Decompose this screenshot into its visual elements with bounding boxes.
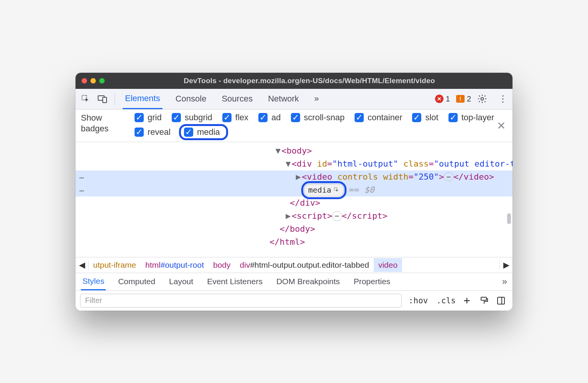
- tabs-overflow[interactable]: »: [312, 89, 321, 109]
- devtools-toolbar: Elements Console Sources Network » ✕ 1 !…: [76, 89, 512, 110]
- traffic-lights: [82, 78, 105, 83]
- badge-top-layer[interactable]: ✓top-layer: [448, 113, 494, 123]
- dom-div-close[interactable]: </div>: [76, 196, 512, 210]
- dom-script-line[interactable]: ▶<script>⋯</script>: [76, 210, 512, 223]
- badge-scroll-snap[interactable]: ✓scroll-snap: [291, 113, 345, 123]
- computed-panel-toggle-icon[interactable]: [496, 296, 508, 305]
- badge-container[interactable]: ✓container: [355, 113, 402, 123]
- subtab-dom-breakpoints[interactable]: DOM Breakpoints: [275, 273, 342, 290]
- errors-chip[interactable]: ✕ 1: [435, 95, 450, 103]
- more-menu-icon[interactable]: ⋮: [496, 93, 509, 104]
- crumb-div[interactable]: div#html-output.output.editor-tabbed: [235, 258, 374, 272]
- inspect-element-icon[interactable]: [79, 92, 92, 106]
- breadcrumb: ◀ utput-iframe html#output-root body div…: [76, 257, 512, 273]
- warnings-chip[interactable]: ! 2: [456, 95, 471, 103]
- badge-slot[interactable]: ✓slot: [412, 113, 438, 123]
- paint-format-icon[interactable]: [480, 296, 491, 305]
- tab-sources[interactable]: Sources: [219, 89, 255, 109]
- breadcrumb-scroll-right[interactable]: ▶: [499, 260, 512, 270]
- scrollbar-thumb[interactable]: [507, 213, 511, 224]
- subtab-styles[interactable]: Styles: [81, 273, 106, 290]
- dom-div-open[interactable]: ▼<div id="html-output" class="output edi…: [76, 157, 512, 170]
- devtools-window: DevTools - developer.mozilla.org/en-US/d…: [76, 73, 512, 311]
- window-title: DevTools - developer.mozilla.org/en-US/d…: [112, 77, 506, 85]
- warnings-count: 2: [467, 95, 471, 103]
- warning-icon: !: [456, 95, 465, 103]
- subtab-event-listeners[interactable]: Event Listeners: [205, 273, 264, 290]
- new-style-rule-icon[interactable]: [463, 296, 474, 305]
- tab-network[interactable]: Network: [266, 89, 301, 109]
- show-badges-label: Show badges: [81, 113, 127, 134]
- tab-elements[interactable]: Elements: [123, 89, 163, 109]
- inspect-mini-icon: [333, 187, 340, 193]
- panel-tabs: Elements Console Sources Network »: [123, 89, 321, 109]
- dom-video-line[interactable]: ▶<video controls width="250">⋯</video>: [76, 170, 512, 183]
- styles-filter-input[interactable]: [80, 294, 402, 308]
- dom-media-badge-line: media == $0: [76, 183, 512, 196]
- badge-reveal[interactable]: ✓reveal: [135, 126, 171, 138]
- settings-icon[interactable]: [477, 94, 490, 104]
- badge-subgrid[interactable]: ✓subgrid: [172, 113, 212, 123]
- close-badges-icon[interactable]: ✕: [497, 119, 506, 132]
- crumb-html[interactable]: html#output-root: [141, 258, 209, 272]
- media-badge[interactable]: media: [304, 184, 344, 196]
- styles-subtabs: Styles Computed Layout Event Listeners D…: [76, 273, 512, 291]
- dom-body-open[interactable]: ▼<body>: [76, 144, 512, 157]
- svg-rect-6: [498, 297, 504, 304]
- toolbar-right: ✕ 1 ! 2 ⋮: [435, 93, 509, 104]
- badge-ad[interactable]: ✓ad: [258, 113, 281, 123]
- crumb-body[interactable]: body: [209, 258, 235, 272]
- subtab-layout[interactable]: Layout: [168, 273, 195, 290]
- minimize-window-icon[interactable]: [90, 78, 96, 83]
- svg-rect-2: [103, 97, 107, 103]
- ellipsis-icon[interactable]: ⋯: [332, 211, 342, 221]
- badges-list: ✓grid ✓subgrid ✓flex ✓ad ✓scroll-snap ✓c…: [135, 113, 507, 138]
- subtab-computed[interactable]: Computed: [117, 273, 157, 290]
- breadcrumb-list: utput-iframe html#output-root body div#h…: [89, 258, 499, 272]
- window-titlebar: DevTools - developer.mozilla.org/en-US/d…: [76, 73, 512, 89]
- crumb-video[interactable]: video: [374, 258, 402, 272]
- breadcrumb-scroll-left[interactable]: ◀: [76, 260, 89, 270]
- dom-body-close[interactable]: </body>: [76, 223, 512, 236]
- show-badges-row: Show badges ✓grid ✓subgrid ✓flex ✓ad ✓sc…: [76, 110, 512, 142]
- svg-point-3: [481, 98, 484, 100]
- ellipsis-icon[interactable]: ⋯: [444, 172, 453, 182]
- zoom-window-icon[interactable]: [99, 78, 105, 83]
- error-icon: ✕: [435, 95, 443, 103]
- errors-count: 1: [446, 95, 450, 103]
- svg-rect-5: [481, 297, 486, 300]
- dom-tree-pane[interactable]: ▼<body> ▼<div id="html-output" class="ou…: [76, 142, 512, 257]
- tab-console[interactable]: Console: [173, 89, 209, 109]
- device-toolbar-icon[interactable]: [95, 92, 109, 106]
- toolbar-separator: [115, 93, 115, 105]
- crumb-iframe[interactable]: utput-iframe: [89, 258, 141, 272]
- dom-html-close[interactable]: </html>: [76, 236, 512, 249]
- subtabs-overflow[interactable]: »: [502, 276, 507, 287]
- badge-flex[interactable]: ✓flex: [222, 113, 248, 123]
- hov-toggle[interactable]: :hov: [407, 296, 430, 305]
- badge-media[interactable]: ✓media: [179, 124, 228, 140]
- cls-toggle[interactable]: .cls: [435, 296, 457, 305]
- subtab-properties[interactable]: Properties: [352, 273, 392, 290]
- close-window-icon[interactable]: [82, 78, 87, 83]
- badge-grid[interactable]: ✓grid: [135, 113, 162, 123]
- styles-filter-row: :hov .cls: [76, 291, 512, 311]
